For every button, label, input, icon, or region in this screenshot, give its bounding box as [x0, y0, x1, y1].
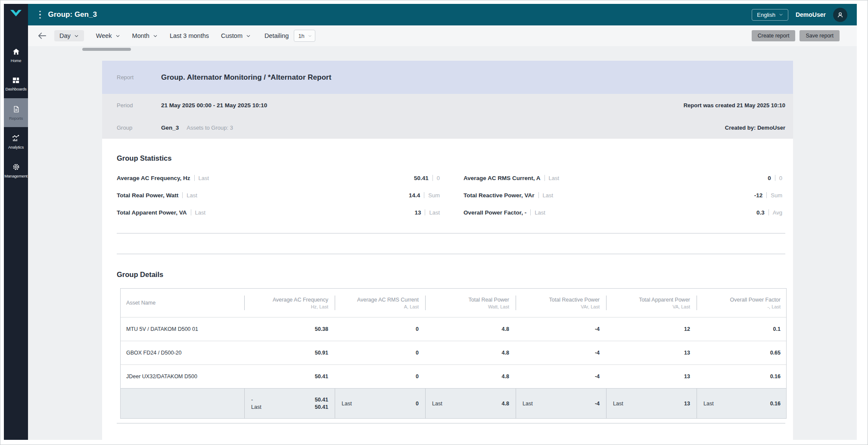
stat-name: Total Real Power, Watt: [117, 192, 178, 199]
column-header-asset-name: Asset Name: [121, 289, 244, 317]
stat-value: 14.4: [409, 192, 420, 199]
sidebar-item-label: Management: [4, 174, 27, 178]
header-right: English DemoUser: [752, 8, 847, 22]
divider: [775, 175, 775, 181]
period-tab-month[interactable]: Month: [132, 32, 158, 39]
stat-aggregation: Last: [187, 192, 197, 199]
summary-frequency-cell: -50.41 Last50.41: [244, 389, 335, 418]
summary-aggregation-label: Last: [432, 401, 442, 407]
tab-label: Custom: [221, 32, 243, 39]
app-frame: Home Dashboards Reports Analytics: [4, 4, 857, 440]
home-icon: [12, 47, 21, 56]
stat-name: Total Reactive Power, VAr: [464, 192, 535, 199]
value-cell: -4: [516, 373, 606, 380]
column-header-avg-ac-frequency: Average AC FrequencyHz, Last: [244, 289, 335, 317]
summary-aggregation-label: Last: [251, 404, 261, 410]
tab-label: Month: [132, 32, 149, 39]
sidebar-item-reports[interactable]: Reports: [4, 98, 28, 127]
divider: [768, 209, 769, 215]
group-label: Group: [117, 124, 161, 131]
table-header-row: Asset Name Average AC FrequencyHz, Last …: [121, 289, 786, 317]
dashboards-icon: [12, 76, 20, 84]
asset-name-cell: JDeer UX32/DATAKOM D500: [121, 373, 244, 380]
period-label: Period: [117, 102, 161, 109]
sidebar: Home Dashboards Reports Analytics: [4, 4, 28, 440]
horizontal-scrollbar-thumb[interactable]: [82, 48, 131, 51]
created-by-text: Created by: DemoUser: [725, 124, 785, 131]
value-cell: -4: [516, 350, 606, 356]
reports-icon: [12, 105, 20, 114]
sidebar-item-label: Analytics: [8, 145, 24, 149]
report-sheet: Report Group. Alternator Monitoring / *A…: [102, 61, 793, 440]
stat-value-aggregation: Sum: [428, 192, 440, 199]
back-button[interactable]: [37, 32, 47, 40]
divider: [182, 192, 183, 198]
assets-count-text: Assets to Group: 3: [187, 124, 233, 131]
stat-value-aggregation: Avg: [773, 209, 782, 216]
value-cell: 0: [335, 373, 425, 380]
summary-value: 50.41: [315, 404, 328, 410]
value-cell: 50.38: [244, 326, 335, 332]
value-cell: 50.91: [244, 350, 335, 356]
table-row: JDeer UX32/DATAKOM D500 50.41 0 4.8 -4 1…: [121, 364, 786, 388]
period-tab-week[interactable]: Week: [96, 32, 120, 39]
stat-row: Total Real Power, WattLast 14.4Sum: [117, 187, 440, 204]
summary-aggregation-label: -: [251, 397, 253, 403]
stat-row: Average AC Frequency, HzLast 50.410: [117, 169, 440, 187]
stat-value: 50.41: [414, 175, 429, 181]
save-report-button[interactable]: Save report: [800, 30, 840, 41]
top-header-bar: Group: Gen_3 English DemoUser: [28, 4, 857, 25]
content-area: Report Group. Alternator Monitoring / *A…: [28, 46, 857, 440]
sidebar-item-home[interactable]: Home: [4, 40, 28, 69]
value-cell: 4.8: [425, 326, 516, 332]
stat-value: 13: [414, 209, 421, 216]
stat-name: Overall Power Factor, -: [464, 209, 526, 216]
stat-value: 0: [768, 175, 771, 181]
create-report-button[interactable]: Create report: [752, 30, 796, 41]
detailing-select[interactable]: 1h: [294, 30, 315, 42]
divider: [425, 209, 425, 215]
app-logo[interactable]: [4, 4, 28, 25]
group-details-table: Asset Name Average AC FrequencyHz, Last …: [120, 288, 787, 419]
detailing-value: 1h: [298, 33, 304, 39]
report-meta-band: Period 21 May 2025 00:00 - 21 May 2025 1…: [102, 94, 793, 139]
brand-chevron-icon: [9, 9, 23, 20]
group-statistics-title: Group Statistics: [117, 154, 785, 162]
stat-aggregation: Last: [199, 175, 209, 181]
group-row: Group Gen_3 Assets to Group: 3 Created b…: [102, 116, 793, 139]
period-tab-last-3-months[interactable]: Last 3 months: [170, 32, 209, 39]
sidebar-item-dashboards[interactable]: Dashboards: [4, 69, 28, 98]
value-cell: 0.1: [697, 326, 787, 332]
stat-row: Overall Power Factor, -Last 0.3Avg: [464, 204, 782, 221]
app-window: Home Dashboards Reports Analytics: [0, 0, 868, 445]
value-cell: 4.8: [425, 373, 516, 380]
summary-cell: Last0.16: [697, 389, 787, 418]
divider: [766, 192, 767, 198]
chevron-down-icon: [153, 34, 158, 38]
value-cell: 13: [606, 373, 697, 380]
section-divider: [117, 254, 785, 254]
language-selector[interactable]: English: [752, 9, 788, 21]
stat-value-aggregation: Sum: [771, 192, 782, 199]
report-created-text: Report was created 21 May 2025 10:10: [684, 102, 785, 109]
toolbar-buttons: Create report Save report: [752, 30, 840, 41]
period-tab-custom[interactable]: Custom: [221, 32, 251, 39]
table-row: MTU 5V / DATAKOM D500 01 50.38 0 4.8 -4 …: [121, 317, 786, 341]
detailing-label: Detailing: [264, 32, 289, 39]
summary-value: 13: [684, 401, 690, 407]
stat-value-aggregation: 0: [437, 175, 440, 181]
table-summary-row: -50.41 Last50.41 Last0 Last4.8 Last-4 La…: [121, 388, 786, 418]
sidebar-item-analytics[interactable]: Analytics: [4, 127, 28, 156]
sidebar-item-management[interactable]: Management: [4, 156, 28, 185]
user-avatar[interactable]: [833, 8, 847, 22]
summary-value: 0: [416, 401, 419, 407]
summary-value: 0.16: [770, 401, 781, 407]
column-header-total-reactive-power: Total Reactive PowerVAr, Last: [516, 289, 606, 317]
stat-name: Average AC RMS Current, A: [464, 175, 541, 181]
report-label: Report: [117, 74, 161, 81]
kebab-menu-icon[interactable]: [39, 11, 41, 19]
sidebar-nav: Home Dashboards Reports Analytics: [4, 40, 28, 185]
column-header-total-real-power: Total Real PowerWatt, Last: [425, 289, 516, 317]
period-tab-day[interactable]: Day: [54, 30, 84, 41]
summary-cell: Last0: [335, 389, 425, 418]
